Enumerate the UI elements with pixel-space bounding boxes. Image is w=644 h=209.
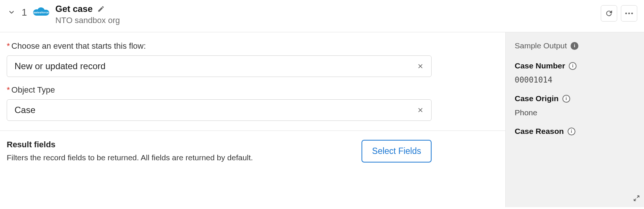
svg-point-0 [625,13,627,15]
salesforce-logo-text: salesforce [34,11,49,14]
body: *Choose an event that starts this flow: … [0,32,644,207]
svg-point-1 [628,13,630,15]
header-actions [601,5,637,22]
salesforce-logo: salesforce [32,6,50,19]
more-options-button[interactable] [621,5,637,22]
event-clear-button[interactable] [415,61,426,71]
output-label-row: Case Number i [515,61,637,70]
expand-icon [633,194,640,202]
info-icon[interactable]: i [568,128,575,135]
event-field-group: *Choose an event that starts this flow: [7,41,499,77]
step-header: 1 salesforce Get case NTO sandbox org [0,0,644,32]
header-left: 1 salesforce Get case NTO sandbox org [7,4,601,25]
close-icon [417,107,424,113]
info-icon[interactable]: i [571,42,578,50]
edit-title-button[interactable] [97,4,105,13]
sample-output-heading: Sample Output [515,41,567,50]
output-label-row: Case Reason i [515,127,637,136]
info-icon[interactable]: i [569,62,577,70]
info-icon[interactable]: i [562,95,570,103]
select-fields-button[interactable]: Select Fields [362,140,432,163]
title-block: Get case NTO sandbox org [55,4,120,25]
object-label-text: Object Type [12,85,55,94]
event-input[interactable] [7,55,432,77]
result-fields-row: Result fields Filters the record fields … [7,140,432,163]
output-item-label: Case Reason [515,127,564,136]
sample-output-heading-row: Sample Output i [515,41,637,50]
collapse-toggle[interactable] [7,7,16,17]
svg-point-2 [631,13,633,15]
output-item-value: Phone [515,108,637,117]
sample-output-panel: Sample Output i Case Number i 00001014 C… [505,32,644,207]
event-label: *Choose an event that starts this flow: [7,41,499,51]
close-icon [417,63,424,70]
output-item-label: Case Origin [515,94,559,103]
output-item: Case Origin i Phone [515,94,637,117]
refresh-button[interactable] [601,5,617,22]
object-input[interactable] [7,99,432,121]
required-star: * [7,41,10,51]
section-divider [0,131,505,131]
refresh-icon [605,9,613,17]
output-label-row: Case Origin i [515,94,637,103]
output-item-label: Case Number [515,61,565,70]
expand-panel-button[interactable] [633,194,640,203]
ellipsis-icon [625,12,633,15]
pencil-icon [97,5,105,13]
output-item: Case Reason i [515,127,637,136]
event-combo [7,55,432,77]
title-row: Get case [55,4,120,14]
required-star: * [7,85,10,94]
output-item-value: 00001014 [515,75,637,84]
result-texts: Result fields Filters the record fields … [7,140,253,162]
main-panel: *Choose an event that starts this flow: … [0,32,505,207]
object-label: *Object Type [7,85,499,95]
step-number: 1 [22,7,27,18]
event-label-text: Choose an event that starts this flow: [12,41,146,51]
step-subtitle: NTO sandbox org [55,16,120,25]
step-title: Get case [55,4,92,14]
object-field-group: *Object Type [7,85,499,121]
result-fields-description: Filters the record fields to be returned… [7,153,253,162]
object-combo [7,99,432,121]
result-fields-title: Result fields [7,140,253,149]
output-item: Case Number i 00001014 [515,61,637,84]
chevron-down-icon [8,9,15,16]
object-clear-button[interactable] [415,105,426,115]
